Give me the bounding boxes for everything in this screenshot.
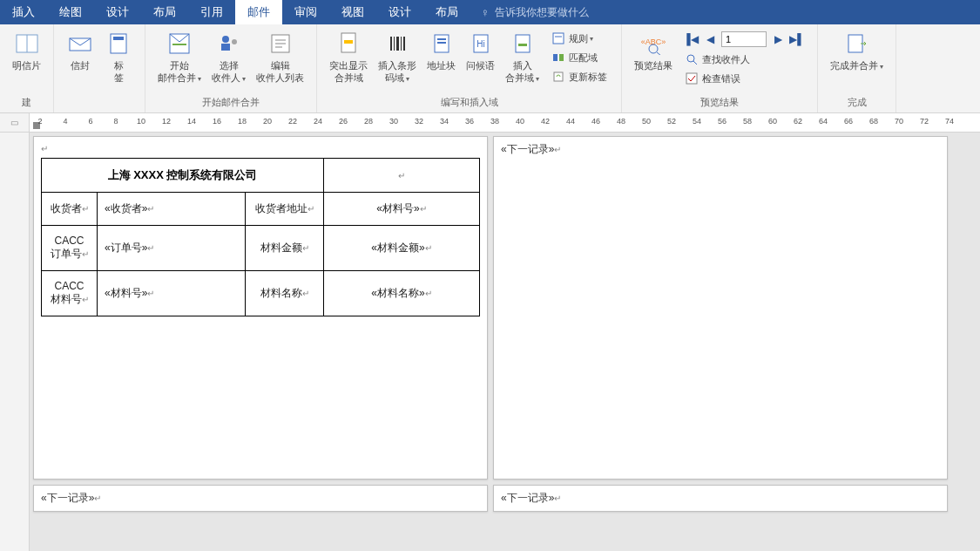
button-label: 检查错误 <box>702 72 740 85</box>
ribbon-button[interactable]: 选择 收件人▾ <box>206 28 251 87</box>
table-row: CACC 材料号↵«材料号»↵材料名称↵«材料名称»↵ <box>42 271 480 316</box>
label-cell-3[interactable]: «下一记录»↵ <box>33 485 488 512</box>
next-record-field: «下一记录»↵ <box>41 492 101 504</box>
label-cell-1[interactable]: ↵ 上海 XXXX 控制系统有限公司↵ 收货者↵«收货者»↵收货者地址↵«材料号… <box>33 136 488 480</box>
tab-设计[interactable]: 设计 <box>376 0 423 24</box>
table-cell[interactable]: 收货者地址↵ <box>246 193 324 226</box>
button-label: 查找收件人 <box>702 53 750 66</box>
tab-视图[interactable]: 视图 <box>329 0 376 24</box>
table-cell[interactable]: «订单号»↵ <box>98 226 246 271</box>
table-cell[interactable]: CACC 材料号↵ <box>42 271 98 316</box>
ribbon-button[interactable]: 信封 <box>61 28 99 73</box>
svg-rect-32 <box>554 72 563 81</box>
document-workspace: ↵ 上海 XXXX 控制系统有限公司↵ 收货者↵«收货者»↵收货者地址↵«材料号… <box>0 133 980 551</box>
ribbon-button[interactable]: 地址块 <box>422 28 461 73</box>
问候语-icon: Hi <box>467 30 495 58</box>
table-cell[interactable]: «材料号»↵ <box>324 193 480 226</box>
label-cell-2[interactable]: «下一记录»↵ <box>493 136 948 480</box>
button-label: 更新标签 <box>569 71 607 84</box>
ribbon-tabs: 插入绘图设计布局引用邮件审阅视图设计布局♀告诉我你想要做什么 <box>0 0 980 24</box>
ribbon-button-small[interactable]: 规则▾ <box>548 30 611 47</box>
ribbon-button[interactable]: 开始 邮件合并▾ <box>152 28 206 87</box>
ribbon-button[interactable]: 明信片 <box>7 28 46 73</box>
ribbon-button[interactable]: 完成并合并▾ <box>825 28 889 75</box>
svg-rect-22 <box>437 38 446 40</box>
table-cell[interactable]: «材料金额»↵ <box>324 226 480 271</box>
table-cell[interactable]: 材料金额↵ <box>246 226 324 271</box>
tab-绘图[interactable]: 绘图 <box>47 0 94 24</box>
开始邮件合并-icon <box>166 30 193 58</box>
button-label: 选择 收件人▾ <box>212 59 246 85</box>
label-cell-4[interactable]: «下一记录»↵ <box>493 485 948 512</box>
paragraph-mark: ↵ <box>41 144 48 153</box>
button-label: 标 签 <box>114 59 124 84</box>
插入条形码域-icon <box>383 30 411 58</box>
tab-插入[interactable]: 插入 <box>0 0 47 24</box>
table-cell[interactable]: «材料名称»↵ <box>324 271 480 316</box>
svg-rect-16 <box>390 37 392 51</box>
empty-cell: ↵ <box>324 159 480 193</box>
button-label: 匹配域 <box>569 51 598 65</box>
ruler-tick: 64 <box>819 117 828 126</box>
ruler-tick: 70 <box>895 117 903 126</box>
ruler-tick: 62 <box>794 117 802 126</box>
ruler-tick: 42 <box>541 117 550 126</box>
ribbon-group: 完成并合并▾完成 <box>818 24 896 112</box>
svg-rect-6 <box>172 44 186 45</box>
first-record-button[interactable]: ▐◀ <box>683 31 699 47</box>
record-number-input[interactable] <box>721 31 767 47</box>
ruler-tick: 58 <box>743 117 752 126</box>
table-cell[interactable]: «收货者»↵ <box>98 193 246 226</box>
table-cell[interactable]: «材料号»↵ <box>98 271 246 316</box>
tell-me-search[interactable]: ♀告诉我你想要做什么 <box>481 0 589 24</box>
ruler-tick: 20 <box>263 117 272 126</box>
ruler-tick: 50 <box>642 117 651 126</box>
svg-rect-28 <box>553 33 564 44</box>
svg-rect-38 <box>686 73 697 84</box>
table-row: 收货者↵«收货者»↵收货者地址↵«材料号»↵ <box>42 193 480 226</box>
group-label: 编写和插入域 <box>324 94 614 112</box>
svg-rect-15 <box>344 40 353 44</box>
tab-设计[interactable]: 设计 <box>94 0 141 24</box>
ruler-tick: 66 <box>844 117 853 126</box>
prev-record-button[interactable]: ◀ <box>702 31 718 47</box>
ruler-tick: 30 <box>389 117 398 126</box>
tab-引用[interactable]: 引用 <box>188 0 235 24</box>
tab-邮件[interactable]: 邮件 <box>235 0 282 24</box>
编辑收件人列表-icon <box>267 30 294 58</box>
table-title: 上海 XXXX 控制系统有限公司 <box>42 159 324 193</box>
tab-布局[interactable]: 布局 <box>141 0 188 24</box>
检查错误-icon <box>685 71 699 85</box>
地址块-icon <box>428 30 456 58</box>
ribbon-button[interactable]: 插入条形 码域▾ <box>373 28 422 87</box>
ribbon-group: «ABC»预览结果▐◀◀▶▶▌查找收件人检查错误预览结果 <box>622 24 818 112</box>
ribbon-button[interactable]: 标 签 <box>99 28 138 85</box>
tab-审阅[interactable]: 审阅 <box>282 0 329 24</box>
svg-rect-31 <box>559 54 564 61</box>
table-cell[interactable]: 材料名称↵ <box>246 271 324 316</box>
ribbon-button-small[interactable]: 检查错误 <box>681 70 807 87</box>
last-record-button[interactable]: ▶▌ <box>789 31 805 47</box>
next-record-button[interactable]: ▶ <box>770 31 786 47</box>
ribbon-button[interactable]: Hi问候语 <box>461 28 500 73</box>
ribbon-button-small[interactable]: 匹配域 <box>548 49 611 66</box>
ruler-tick: 36 <box>465 117 474 126</box>
table-cell[interactable]: 收货者↵ <box>42 193 98 226</box>
ruler-tick: 2 <box>37 117 42 126</box>
svg-rect-18 <box>396 37 399 51</box>
ruler-tick: 24 <box>314 117 322 126</box>
tab-布局[interactable]: 布局 <box>423 0 470 24</box>
预览结果-icon: «ABC» <box>639 30 667 58</box>
button-label: 开始 邮件合并▾ <box>158 59 201 85</box>
ribbon-button-small[interactable]: 查找收件人 <box>681 51 807 68</box>
ruler-tick: 16 <box>213 117 221 126</box>
ribbon-button[interactable]: 编辑 收件人列表 <box>251 28 309 85</box>
table-cell[interactable]: CACC 订单号↵ <box>42 226 98 271</box>
button-label: 突出显示 合并域 <box>329 59 368 84</box>
ruler-tick: 38 <box>490 117 499 126</box>
ribbon-button[interactable]: «ABC»预览结果 <box>629 28 678 73</box>
ribbon-button[interactable]: 突出显示 合并域 <box>324 28 373 85</box>
完成并合并-icon <box>843 30 871 58</box>
ribbon-button-small[interactable]: 更新标签 <box>548 68 611 85</box>
ribbon-button[interactable]: 插入 合并域▾ <box>500 28 544 87</box>
